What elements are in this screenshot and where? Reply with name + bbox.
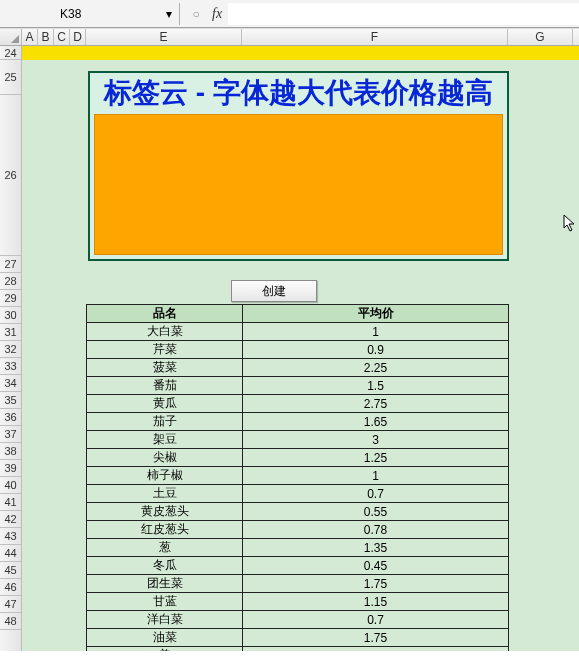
- fx-icon[interactable]: fx: [212, 6, 222, 22]
- cell-name[interactable]: 黄瓜: [87, 395, 243, 413]
- cell-price[interactable]: 1: [243, 323, 509, 341]
- row-header[interactable]: 24: [0, 46, 21, 60]
- cell-price[interactable]: 2.75: [243, 395, 509, 413]
- table-row[interactable]: 团生菜1.75: [87, 575, 509, 593]
- cell-name[interactable]: 洋白菜: [87, 611, 243, 629]
- row-header[interactable]: 34: [0, 375, 21, 392]
- price-table: 品名 平均价 大白菜1芹菜0.9菠菜2.25番茄1.5黄瓜2.75茄子1.65架…: [86, 304, 509, 651]
- cell-name[interactable]: 葱: [87, 539, 243, 557]
- row-header[interactable]: 26: [0, 95, 21, 256]
- create-button[interactable]: 创建: [231, 280, 317, 302]
- row-header[interactable]: 48: [0, 613, 21, 630]
- row-header[interactable]: 32: [0, 341, 21, 358]
- col-header-B[interactable]: B: [38, 29, 54, 45]
- cell-price[interactable]: 0.7: [243, 611, 509, 629]
- cell-price[interactable]: 1.75: [243, 629, 509, 647]
- cell-price[interactable]: 3.85: [243, 647, 509, 652]
- cell-price[interactable]: 1.65: [243, 413, 509, 431]
- table-row[interactable]: 冬瓜0.45: [87, 557, 509, 575]
- row-header[interactable]: 33: [0, 358, 21, 375]
- table-row[interactable]: 油菜1.75: [87, 629, 509, 647]
- cell-name[interactable]: 番茄: [87, 377, 243, 395]
- row-header[interactable]: 35: [0, 392, 21, 409]
- row-header[interactable]: 30: [0, 307, 21, 324]
- col-header-E[interactable]: E: [86, 29, 242, 45]
- table-row[interactable]: 甘蓝1.15: [87, 593, 509, 611]
- table-row[interactable]: 柿子椒1: [87, 467, 509, 485]
- cell-name[interactable]: 芹菜: [87, 341, 243, 359]
- cell-name[interactable]: 架豆: [87, 431, 243, 449]
- cell-price[interactable]: 1.75: [243, 575, 509, 593]
- cell-price[interactable]: 0.45: [243, 557, 509, 575]
- cell-name[interactable]: 尖椒: [87, 449, 243, 467]
- table-row[interactable]: 红皮葱头0.78: [87, 521, 509, 539]
- table-row[interactable]: 葱1.35: [87, 539, 509, 557]
- table-row[interactable]: 土豆0.7: [87, 485, 509, 503]
- cell-price[interactable]: 0.78: [243, 521, 509, 539]
- cell-price[interactable]: 1: [243, 467, 509, 485]
- table-row[interactable]: 姜3.85: [87, 647, 509, 652]
- cell-price[interactable]: 0.55: [243, 503, 509, 521]
- row-header[interactable]: 27: [0, 256, 21, 273]
- row-header[interactable]: 42: [0, 511, 21, 528]
- name-box[interactable]: K38 ▾: [30, 3, 180, 25]
- select-all-corner[interactable]: [0, 29, 22, 45]
- row-header[interactable]: 29: [0, 290, 21, 307]
- col-header-C[interactable]: C: [54, 29, 70, 45]
- col-header-G[interactable]: G: [508, 29, 573, 45]
- col-header-A[interactable]: A: [22, 29, 38, 45]
- cell-name[interactable]: 大白菜: [87, 323, 243, 341]
- cell-name[interactable]: 土豆: [87, 485, 243, 503]
- cell-price[interactable]: 2.25: [243, 359, 509, 377]
- cell-price[interactable]: 0.9: [243, 341, 509, 359]
- row-header[interactable]: 47: [0, 596, 21, 613]
- cell-name[interactable]: 红皮葱头: [87, 521, 243, 539]
- row-header[interactable]: 31: [0, 324, 21, 341]
- table-row[interactable]: 茄子1.65: [87, 413, 509, 431]
- cell-name[interactable]: 茄子: [87, 413, 243, 431]
- row-header[interactable]: 44: [0, 545, 21, 562]
- formula-input[interactable]: [228, 3, 579, 25]
- cell-price[interactable]: 3: [243, 431, 509, 449]
- table-row[interactable]: 菠菜2.25: [87, 359, 509, 377]
- row-header[interactable]: 25: [0, 60, 21, 95]
- table-row[interactable]: 黄皮葱头0.55: [87, 503, 509, 521]
- row-header[interactable]: 46: [0, 579, 21, 596]
- table-header-price[interactable]: 平均价: [243, 305, 509, 323]
- row-header[interactable]: 43: [0, 528, 21, 545]
- cell-name[interactable]: 团生菜: [87, 575, 243, 593]
- table-row[interactable]: 芹菜0.9: [87, 341, 509, 359]
- cell-name[interactable]: 姜: [87, 647, 243, 652]
- row-header[interactable]: 40: [0, 477, 21, 494]
- row-header[interactable]: 28: [0, 273, 21, 290]
- cell-name[interactable]: 菠菜: [87, 359, 243, 377]
- cell-price[interactable]: 0.7: [243, 485, 509, 503]
- cell-name[interactable]: 冬瓜: [87, 557, 243, 575]
- row-header[interactable]: 38: [0, 443, 21, 460]
- cell-price[interactable]: 1.25: [243, 449, 509, 467]
- table-row[interactable]: 黄瓜2.75: [87, 395, 509, 413]
- circle-icon[interactable]: ○: [187, 5, 205, 23]
- name-box-dropdown-icon[interactable]: ▾: [163, 8, 175, 20]
- table-row[interactable]: 洋白菜0.7: [87, 611, 509, 629]
- cell-name[interactable]: 黄皮葱头: [87, 503, 243, 521]
- highlight-row: [22, 46, 579, 60]
- col-header-D[interactable]: D: [70, 29, 86, 45]
- cell-name[interactable]: 柿子椒: [87, 467, 243, 485]
- row-header[interactable]: 36: [0, 409, 21, 426]
- cell-price[interactable]: 1.35: [243, 539, 509, 557]
- cell-price[interactable]: 1.15: [243, 593, 509, 611]
- row-header[interactable]: 45: [0, 562, 21, 579]
- row-header[interactable]: 39: [0, 460, 21, 477]
- table-row[interactable]: 番茄1.5: [87, 377, 509, 395]
- row-header[interactable]: 37: [0, 426, 21, 443]
- row-header[interactable]: 41: [0, 494, 21, 511]
- table-header-name[interactable]: 品名: [87, 305, 243, 323]
- col-header-F[interactable]: F: [242, 29, 508, 45]
- cell-price[interactable]: 1.5: [243, 377, 509, 395]
- table-row[interactable]: 尖椒1.25: [87, 449, 509, 467]
- cell-name[interactable]: 甘蓝: [87, 593, 243, 611]
- cell-name[interactable]: 油菜: [87, 629, 243, 647]
- table-row[interactable]: 架豆3: [87, 431, 509, 449]
- table-row[interactable]: 大白菜1: [87, 323, 509, 341]
